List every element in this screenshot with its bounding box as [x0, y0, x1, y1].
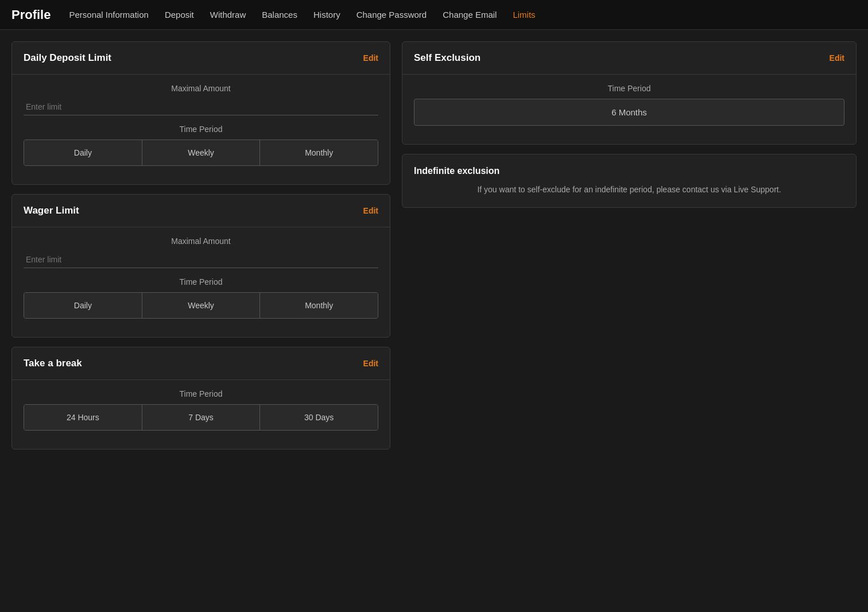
- daily-deposit-period-section: Time Period Daily Weekly Monthly: [24, 125, 378, 166]
- take-a-break-30days-btn[interactable]: 30 Days: [260, 405, 378, 430]
- wager-limit-edit-button[interactable]: Edit: [363, 206, 378, 215]
- take-a-break-card: Take a break Edit Time Period 24 Hours 7…: [11, 347, 390, 450]
- daily-deposit-daily-btn[interactable]: Daily: [24, 140, 142, 165]
- indefinite-exclusion-card: Indefinite exclusion If you want to self…: [402, 154, 857, 208]
- indefinite-exclusion-text: If you want to self-exclude for an indef…: [414, 183, 844, 196]
- nav-limits[interactable]: Limits: [513, 10, 535, 20]
- self-exclusion-select-wrapper: 1 Month 3 Months 6 Months 1 Year 2 Years…: [414, 99, 844, 126]
- daily-deposit-monthly-btn[interactable]: Monthly: [260, 140, 378, 165]
- daily-deposit-period-label: Time Period: [24, 125, 378, 134]
- self-exclusion-period-label: Time Period: [414, 84, 844, 93]
- main-content: Daily Deposit Limit Edit Maximal Amount …: [0, 30, 868, 461]
- take-a-break-period-buttons: 24 Hours 7 Days 30 Days: [24, 404, 378, 431]
- wager-limit-card: Wager Limit Edit Maximal Amount Time Per…: [11, 194, 390, 338]
- nav-withdraw[interactable]: Withdraw: [210, 10, 246, 20]
- left-column: Daily Deposit Limit Edit Maximal Amount …: [11, 41, 390, 450]
- self-exclusion-select[interactable]: 1 Month 3 Months 6 Months 1 Year 2 Years…: [414, 99, 844, 126]
- daily-deposit-limit-input[interactable]: [24, 99, 378, 115]
- nav-history[interactable]: History: [313, 10, 340, 20]
- self-exclusion-body: Time Period 1 Month 3 Months 6 Months 1 …: [402, 75, 856, 144]
- daily-deposit-input-wrapper: [24, 99, 378, 115]
- self-exclusion-title: Self Exclusion: [414, 52, 480, 64]
- brand-logo: Profile: [11, 7, 51, 22]
- daily-deposit-limit-title: Daily Deposit Limit: [24, 52, 111, 64]
- wager-limit-weekly-btn[interactable]: Weekly: [142, 293, 261, 318]
- daily-deposit-period-buttons: Daily Weekly Monthly: [24, 140, 378, 166]
- self-exclusion-header: Self Exclusion Edit: [402, 42, 856, 75]
- take-a-break-header: Take a break Edit: [12, 347, 390, 380]
- take-a-break-title: Take a break: [24, 358, 82, 369]
- wager-limit-amount-label: Maximal Amount: [24, 237, 378, 246]
- nav-change-password[interactable]: Change Password: [356, 10, 427, 20]
- nav-deposit[interactable]: Deposit: [165, 10, 194, 20]
- wager-limit-input-wrapper: [24, 251, 378, 268]
- daily-deposit-limit-edit-button[interactable]: Edit: [363, 53, 378, 63]
- wager-limit-period-label: Time Period: [24, 277, 378, 286]
- wager-limit-body: Maximal Amount Time Period Daily Weekly …: [12, 227, 390, 337]
- self-exclusion-edit-button[interactable]: Edit: [830, 53, 844, 63]
- wager-limit-daily-btn[interactable]: Daily: [24, 293, 142, 318]
- nav-balances[interactable]: Balances: [262, 10, 297, 20]
- indefinite-exclusion-title: Indefinite exclusion: [414, 166, 844, 176]
- daily-deposit-weekly-btn[interactable]: Weekly: [142, 140, 261, 165]
- nav-personal-information[interactable]: Personal Information: [69, 10, 148, 20]
- right-column: Self Exclusion Edit Time Period 1 Month …: [402, 41, 857, 450]
- self-exclusion-card: Self Exclusion Edit Time Period 1 Month …: [402, 41, 857, 145]
- navbar: Profile Personal Information Deposit Wit…: [0, 0, 868, 30]
- wager-limit-amount-section: Maximal Amount: [24, 237, 378, 268]
- take-a-break-body: Time Period 24 Hours 7 Days 30 Days: [12, 380, 390, 449]
- wager-limit-monthly-btn[interactable]: Monthly: [260, 293, 378, 318]
- daily-deposit-amount-label: Maximal Amount: [24, 84, 378, 93]
- daily-deposit-limit-body: Maximal Amount Time Period Daily Weekly …: [12, 75, 390, 184]
- wager-limit-header: Wager Limit Edit: [12, 195, 390, 227]
- daily-deposit-limit-header: Daily Deposit Limit Edit: [12, 42, 390, 75]
- daily-deposit-limit-card: Daily Deposit Limit Edit Maximal Amount …: [11, 41, 390, 185]
- take-a-break-24hours-btn[interactable]: 24 Hours: [24, 405, 142, 430]
- self-exclusion-period-section: Time Period 1 Month 3 Months 6 Months 1 …: [414, 84, 844, 126]
- take-a-break-period-label: Time Period: [24, 389, 378, 398]
- wager-limit-period-buttons: Daily Weekly Monthly: [24, 292, 378, 319]
- take-a-break-7days-btn[interactable]: 7 Days: [142, 405, 261, 430]
- daily-deposit-amount-section: Maximal Amount: [24, 84, 378, 115]
- nav-links: Personal Information Deposit Withdraw Ba…: [69, 10, 535, 20]
- take-a-break-period-section: Time Period 24 Hours 7 Days 30 Days: [24, 389, 378, 431]
- take-a-break-edit-button[interactable]: Edit: [363, 359, 378, 368]
- wager-limit-input[interactable]: [24, 251, 378, 268]
- wager-limit-period-section: Time Period Daily Weekly Monthly: [24, 277, 378, 319]
- nav-change-email[interactable]: Change Email: [443, 10, 497, 20]
- wager-limit-title: Wager Limit: [24, 205, 79, 216]
